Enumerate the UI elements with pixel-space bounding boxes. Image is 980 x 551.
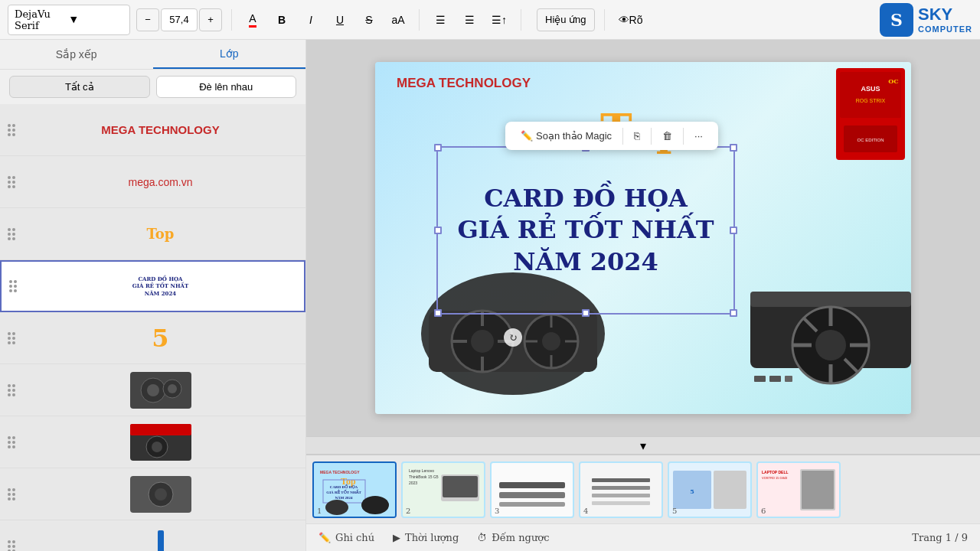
svg-text:↻: ↻ [508,331,518,344]
countdown-button[interactable]: ⏱ Đếm ngược [477,532,549,543]
resize-handle-tl[interactable] [434,144,442,152]
thumbnail-3[interactable]: 3 [490,461,574,518]
resize-handle-bl[interactable] [434,309,442,317]
list2-button[interactable]: ☰↑ [487,8,511,31]
layer-item-blue-rect[interactable] [0,520,305,551]
resize-handle-rm[interactable] [730,227,737,234]
font-size-controls: − + [136,8,222,31]
layer-item-number[interactable]: 5 [0,312,305,364]
more-options-button[interactable]: ··· [687,126,710,145]
underline-button[interactable]: U [328,8,351,31]
svg-rect-62 [443,476,478,497]
left-panel: Sắp xếp Lớp Tất cả Đè lên nhau MEGA TECH… [0,40,306,551]
duration-label: Thời lượng [405,532,459,543]
thumb-3-content [492,463,573,517]
drag-handle-blue-rect[interactable] [8,540,15,552]
layer-item-gpu2[interactable] [0,416,305,468]
layers-list: MEGA TECHNOLOGY mega.com.vn [0,104,305,551]
layer-item-gpu3[interactable] [0,468,305,520]
logo-text: SKY COMPUTER [918,5,972,35]
svg-text:2023: 2023 [409,481,417,485]
svg-text:MEGA TECHNOLOGY: MEGA TECHNOLOGY [320,470,360,474]
ro-button[interactable]: 👁 Rõ [614,8,648,31]
italic-button[interactable]: I [299,8,322,31]
tab-sapxep[interactable]: Sắp xếp [0,40,153,69]
magic-edit-button[interactable]: ✏️ Soạn thảo Magic [513,126,619,145]
list1-icon: ☰ [465,14,475,26]
thumbnail-6[interactable]: LAPTOP DELL VOSTRO 15 G843 6 [756,461,841,518]
increase-font-button[interactable]: + [199,8,222,31]
canvas-selected-box[interactable]: ↻ CARD ĐỒ HỌA GIÁ RẺ TỐT NHẤT NĂM 2024 [436,146,735,315]
layer-preview-top: Top [23,214,298,255]
decrease-font-button[interactable]: − [136,8,159,31]
font-color-button[interactable]: A [241,8,264,31]
gpu-right-svg [743,261,911,399]
canvas-card-text[interactable]: CARD ĐỒ HỌA GIÁ RẺ TỐT NHẤT NĂM 2024 [457,183,714,279]
layer-item-gpu1[interactable] [0,364,305,416]
resize-handle-bm[interactable] [582,309,590,317]
main-toolbar: DejaVu Serif ▼ − + A B I U S aA ☰ ☰ ☰↑ H… [0,0,980,40]
svg-rect-46 [769,376,781,382]
drag-handle-url[interactable] [8,176,15,188]
layer-item-card[interactable]: CARD ĐỒ HỌAGIÁ RẺ TỐT NHẤTNĂM 2024 [0,260,305,312]
toolbar-separator-2 [419,9,420,31]
ft-sep-1 [622,128,623,145]
svg-point-56 [361,496,389,514]
list1-button[interactable]: ☰ [458,8,481,31]
drag-handle-gpu2[interactable] [8,436,15,448]
effects-button[interactable]: Hiệu ứng [537,8,595,31]
drag-handle-number[interactable] [8,332,15,344]
gpu2-thumbnail-svg [130,424,191,461]
filter-all-button[interactable]: Tất cả [9,76,150,98]
countdown-label: Đếm ngược [492,532,549,543]
layer-preview-blue-rect [23,526,298,552]
thumbnail-5[interactable]: 5 5 [668,461,752,518]
layer-item-url[interactable]: mega.com.vn [0,156,305,208]
layer-item-top[interactable]: Top [0,208,305,260]
thumbnail-2[interactable]: Laptop Lenovo ThinkBook 15 G5 2023 2 [401,461,485,518]
delete-button[interactable]: 🗑 [655,126,680,145]
layer-preview-url: mega.com.vn [23,161,298,203]
thumbnail-4[interactable]: 4 [579,461,663,518]
slide-canvas[interactable]: MEGA TECHNOLOGY Top ASUS ROG STRIX OC ED… [375,62,911,414]
case-button[interactable]: aA [387,8,410,31]
svg-point-8 [152,442,162,452]
floating-toolbar: ✏️ Soạn thảo Magic ⎘ 🗑 ··· [505,122,718,150]
svg-rect-36 [750,292,911,307]
align-button[interactable]: ☰ [429,8,452,31]
tab-lop[interactable]: Lớp [153,40,306,69]
drag-handle-top[interactable] [8,228,15,240]
duration-button[interactable]: ▶ Thời lượng [393,532,459,543]
layer-item-mega-tech[interactable]: MEGA TECHNOLOGY [0,104,305,156]
resize-handle-br[interactable] [730,309,737,317]
thumb-5-content: 5 [669,463,750,517]
strikethrough-button[interactable]: S [358,8,381,31]
collapse-button[interactable]: ▾ [306,436,980,455]
notes-button[interactable]: ✏️ Ghi chú [318,532,374,543]
svg-rect-74 [714,471,746,509]
svg-rect-45 [754,376,766,382]
copy-style-button[interactable]: ⎘ [626,126,648,145]
thumb-4-content [580,463,662,517]
font-selector[interactable]: DejaVu Serif ▼ [8,5,130,35]
canvas-mega-tech[interactable]: MEGA TECHNOLOGY [397,76,531,91]
gpu1-thumbnail-svg [130,372,191,409]
drag-handle-mega-tech[interactable] [8,124,15,136]
resize-handle-lm[interactable] [434,227,442,234]
font-size-input[interactable] [161,8,198,31]
card-line1: CARD ĐỒ HỌA [457,183,714,215]
list2-icon: ☰↑ [492,14,507,26]
thumbnail-1[interactable]: MEGA TECHNOLOGY Top CARD ĐỒ HỌA GIÁ RẺ T… [312,461,397,518]
chevron-down-icon: ▾ [640,439,646,453]
drag-handle-gpu1[interactable] [8,384,15,396]
drag-handle-card[interactable] [9,280,17,292]
svg-point-2 [147,384,159,396]
bold-button[interactable]: B [270,8,293,31]
thumb-3-num: 3 [495,507,499,515]
filter-overlap-button[interactable]: Đè lên nhau [156,76,297,98]
left-tabs: Sắp xếp Lớp [0,40,305,70]
resize-handle-tr[interactable] [730,144,737,152]
layer-preview-number: 5 [23,318,298,359]
drag-handle-gpu3[interactable] [8,488,15,500]
canvas-scroll[interactable]: MEGA TECHNOLOGY Top ASUS ROG STRIX OC ED… [306,40,980,436]
